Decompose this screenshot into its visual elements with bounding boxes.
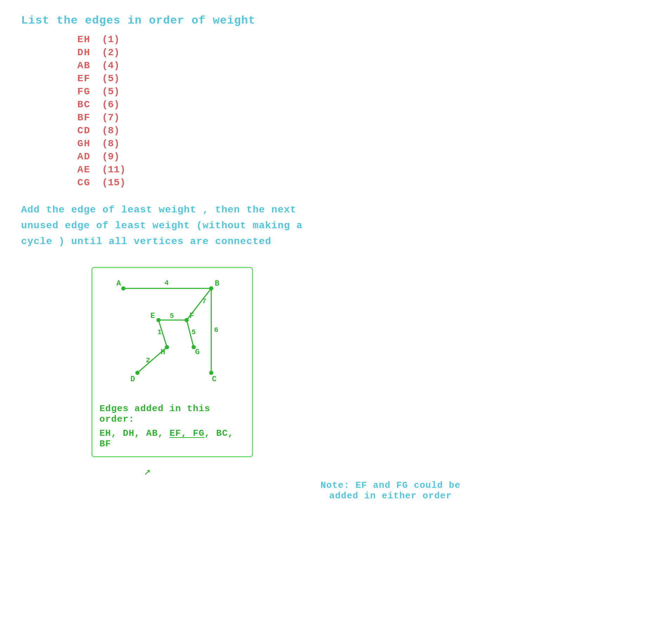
svg-point-11 bbox=[165, 345, 169, 349]
edge-row: AD(9) bbox=[77, 151, 651, 162]
edge-weight: (5) bbox=[102, 86, 119, 97]
edge-name: BF bbox=[77, 112, 98, 123]
svg-text:A: A bbox=[116, 279, 121, 288]
svg-text:2: 2 bbox=[146, 356, 150, 364]
edge-weight: (8) bbox=[102, 138, 119, 149]
edge-name: AD bbox=[77, 151, 98, 162]
note-arrow-symbol: ↗ bbox=[144, 464, 651, 478]
svg-text:F: F bbox=[189, 312, 194, 320]
svg-text:7: 7 bbox=[202, 297, 206, 305]
edge-row: EH(1) bbox=[77, 34, 651, 45]
edges-added-label: Edges added in this order: bbox=[99, 403, 245, 425]
svg-point-9 bbox=[156, 318, 161, 322]
edge-ef-underline: EF, FG bbox=[169, 428, 205, 439]
edge-row: DH(2) bbox=[77, 47, 651, 58]
edge-weight: (9) bbox=[102, 151, 119, 162]
svg-text:B: B bbox=[215, 279, 219, 288]
svg-text:1: 1 bbox=[157, 328, 162, 336]
edge-row: BC(6) bbox=[77, 99, 651, 110]
edge-row: BF(7) bbox=[77, 112, 651, 123]
edge-eh: EH, DH, AB, bbox=[99, 428, 169, 439]
svg-text:6: 6 bbox=[214, 326, 218, 334]
instruction-text: Add the edge of least weight , then the … bbox=[21, 202, 337, 249]
edge-name: CD bbox=[77, 125, 98, 136]
edge-weight: (8) bbox=[102, 125, 119, 136]
svg-point-10 bbox=[185, 318, 189, 322]
svg-text:E: E bbox=[150, 312, 155, 320]
edge-name: AE bbox=[77, 164, 98, 175]
svg-point-7 bbox=[121, 286, 125, 291]
svg-text:H: H bbox=[161, 348, 165, 357]
svg-point-14 bbox=[209, 371, 213, 375]
edge-weight: (2) bbox=[102, 47, 119, 58]
edge-weight: (15) bbox=[102, 177, 125, 188]
edge-name: AB bbox=[77, 60, 98, 71]
edge-name: EF bbox=[77, 73, 98, 84]
edge-row: CG(15) bbox=[77, 177, 651, 188]
edge-name: EH bbox=[77, 34, 98, 45]
svg-text:4: 4 bbox=[164, 279, 169, 287]
edge-name: FG bbox=[77, 86, 98, 97]
edge-row: GH(8) bbox=[77, 138, 651, 149]
note-line2: added in either order bbox=[130, 491, 651, 501]
edge-name: DH bbox=[77, 47, 98, 58]
edge-list: EH(1)DH(2)AB(4)EF(5)FG(5)BC(6)BF(7)CD(8)… bbox=[77, 34, 651, 188]
edge-name: BC bbox=[77, 99, 98, 110]
edge-weight: (5) bbox=[102, 73, 119, 84]
edge-weight: (11) bbox=[102, 164, 125, 175]
edge-name: CG bbox=[77, 177, 98, 188]
svg-text:C: C bbox=[212, 375, 217, 384]
edge-name: GH bbox=[77, 138, 98, 149]
graph-box: A B E F H G D C 4 7 6 5 1 5 2 Edges adde… bbox=[91, 267, 253, 457]
svg-point-8 bbox=[209, 286, 213, 291]
edge-row: AE(11) bbox=[77, 164, 651, 175]
svg-text:5: 5 bbox=[170, 312, 174, 320]
edge-weight: (7) bbox=[102, 112, 119, 123]
edge-weight: (1) bbox=[102, 34, 119, 45]
edge-row: FG(5) bbox=[77, 86, 651, 97]
edge-row: EF(5) bbox=[77, 73, 651, 84]
svg-text:D: D bbox=[130, 375, 135, 384]
note-line1: Note: EF and FG could be bbox=[130, 480, 651, 491]
graph-svg: A B E F H G D C 4 7 6 5 1 5 2 bbox=[99, 275, 247, 395]
page-title: List the edges in order of weight bbox=[21, 14, 651, 27]
svg-point-13 bbox=[135, 371, 140, 375]
edges-added-list: EH, DH, AB, EF, FG, BC, BF bbox=[99, 428, 245, 449]
svg-text:G: G bbox=[195, 348, 200, 357]
note-area: ↗ Note: EF and FG could be added in eith… bbox=[130, 464, 651, 501]
edge-weight: (4) bbox=[102, 60, 119, 71]
edge-row: CD(8) bbox=[77, 125, 651, 136]
edge-weight: (6) bbox=[102, 99, 119, 110]
edge-row: AB(4) bbox=[77, 60, 651, 71]
svg-text:5: 5 bbox=[192, 328, 196, 336]
